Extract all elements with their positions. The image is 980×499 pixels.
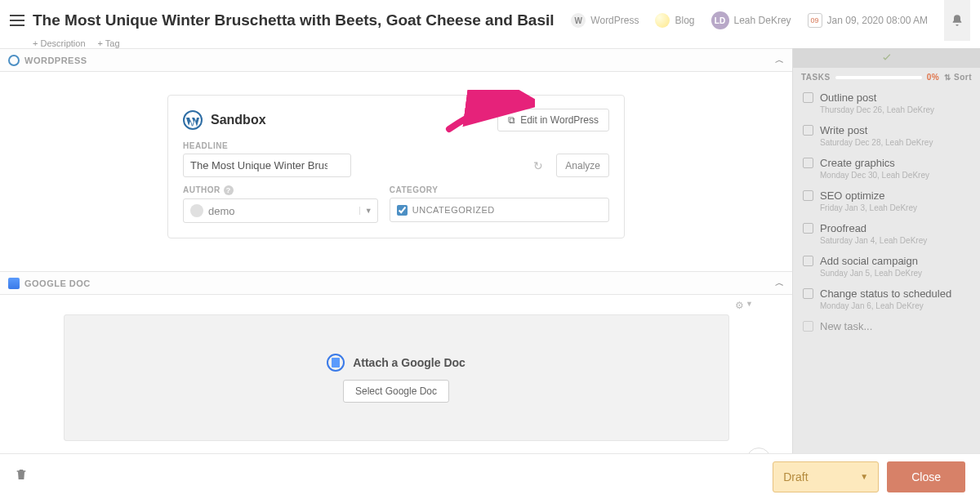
author-dropdown-toggle[interactable]: ▼	[359, 207, 377, 215]
user-avatar: LD	[711, 11, 729, 29]
wordpress-sandbox-card: Sandbox ⧉ Edit in WordPress HEADLINE ↻ A…	[167, 95, 625, 238]
edit-in-wordpress-button[interactable]: ⧉ Edit in WordPress	[497, 109, 609, 131]
draft-label: Draft	[783, 470, 808, 483]
chevron-down-icon: ▼	[860, 472, 868, 481]
tasks-complete-indicator	[793, 48, 980, 68]
calendar-icon: 09	[808, 13, 822, 28]
task-checkbox[interactable]	[803, 125, 813, 136]
task-label: Outline post	[820, 91, 876, 104]
gear-icon[interactable]: ⚙	[735, 300, 744, 311]
task-checkbox[interactable]	[803, 288, 813, 299]
user-name: Leah DeKrey	[734, 15, 791, 26]
task-meta: Monday Dec 30, Leah DeKrey	[803, 171, 970, 180]
tasks-progress-bar	[835, 76, 922, 79]
sandbox-title: Sandbox	[211, 113, 266, 127]
chevron-up-icon[interactable]: ︿	[775, 54, 785, 66]
new-task-input[interactable]: New task...	[793, 315, 980, 337]
headline-label: HEADLINE	[183, 141, 609, 150]
task-meta: Monday Jan 6, Leah DeKrey	[803, 301, 970, 310]
history-icon[interactable]: ↻	[533, 159, 543, 172]
chevron-up-icon[interactable]: ︿	[775, 277, 785, 289]
google-doc-attach-card: Attach a Google Doc Select Google Doc	[64, 314, 729, 441]
delete-button[interactable]	[15, 467, 28, 486]
task-checkbox[interactable]	[803, 158, 813, 168]
notifications-button[interactable]	[944, 0, 970, 41]
header-wordpress-link[interactable]: W WordPress	[566, 10, 644, 31]
task-item[interactable]: Add social campaignSunday Jan 5, Leah De…	[793, 250, 980, 283]
task-meta: Friday Jan 3, Leah DeKrey	[803, 203, 970, 212]
hamburger-menu[interactable]	[10, 15, 24, 26]
footer-bar: Draft ▼ Close	[0, 453, 980, 499]
check-icon	[880, 51, 893, 65]
task-label: Proofread	[820, 222, 866, 234]
task-label: Write post	[820, 124, 867, 136]
task-label: SEO optimize	[820, 189, 884, 202]
task-item[interactable]: SEO optimizeFriday Jan 3, Leah DeKrey	[793, 185, 980, 217]
task-checkbox[interactable]	[803, 223, 813, 234]
task-item[interactable]: Change status to scheduledMonday Jan 6, …	[793, 283, 980, 315]
trash-icon	[15, 467, 28, 482]
wordpress-section-label: WORDPRESS	[24, 56, 87, 65]
task-meta: Sunday Jan 5, Leah DeKrey	[803, 269, 970, 278]
task-label: Create graphics	[820, 157, 895, 169]
task-meta: Saturday Dec 28, Leah DeKrey	[803, 138, 970, 147]
category-label: CATEGORY	[390, 185, 609, 194]
status-draft-dropdown[interactable]: Draft ▼	[773, 461, 879, 492]
close-button[interactable]: Close	[887, 461, 965, 492]
page-title: The Most Unique Winter Bruschetta with B…	[33, 11, 555, 29]
task-meta: Saturday Jan 4, Leah DeKrey	[803, 236, 970, 245]
author-value: demo	[208, 205, 235, 217]
task-item[interactable]: ProofreadSaturday Jan 4, Leah DeKrey	[793, 217, 980, 250]
wordpress-section-header[interactable]: WORDPRESS ︿	[0, 48, 792, 72]
blog-label: Blog	[675, 15, 694, 26]
wordpress-icon	[183, 110, 203, 130]
tasks-label: TASKS	[801, 73, 831, 82]
google-doc-section-header[interactable]: GOOGLE DOC ︿	[0, 271, 792, 295]
task-label: Add social campaign	[820, 255, 918, 267]
attach-google-doc-title: Attach a Google Doc	[353, 356, 466, 369]
google-doc-icon	[8, 278, 20, 289]
category-value: UNCATEGORIZED	[412, 205, 495, 215]
category-select[interactable]: UNCATEGORIZED	[390, 198, 609, 222]
task-meta: Thursday Dec 26, Leah DeKrey	[803, 105, 970, 114]
author-label: AUTHOR?	[183, 185, 378, 195]
add-description-link[interactable]: + Description	[33, 38, 86, 48]
task-item[interactable]: Outline postThursday Dec 26, Leah DeKrey	[793, 87, 980, 119]
task-checkbox[interactable]	[803, 92, 813, 103]
tasks-percent: 0%	[927, 73, 939, 82]
checkbox-icon	[803, 321, 813, 332]
external-link-icon: ⧉	[508, 114, 515, 126]
edit-button-label: Edit in WordPress	[520, 114, 599, 126]
wordpress-icon: W	[571, 13, 586, 28]
date-time-label: Jan 09, 2020 08:00 AM	[827, 15, 928, 26]
tasks-panel: TASKS 0% ⇅ Sort Outline postThursday Dec…	[792, 48, 980, 459]
bell-icon	[951, 14, 964, 27]
task-item[interactable]: Write postSaturday Dec 28, Leah DeKrey	[793, 119, 980, 152]
analyze-button[interactable]: Analyze	[556, 154, 609, 177]
wordpress-label: WordPress	[590, 15, 639, 26]
add-tag-link[interactable]: + Tag	[98, 38, 120, 48]
task-label: Change status to scheduled	[820, 287, 951, 300]
headline-input[interactable]	[183, 154, 351, 177]
author-select[interactable]: demo	[184, 204, 359, 217]
blog-color-icon	[655, 13, 670, 28]
chevron-down-icon[interactable]: ▼	[746, 300, 753, 311]
help-icon[interactable]: ?	[224, 185, 234, 195]
google-doc-icon	[327, 354, 345, 372]
header-user[interactable]: LD Leah DeKrey	[706, 8, 796, 33]
tasks-sort-button[interactable]: ⇅ Sort	[944, 73, 972, 82]
task-item[interactable]: Create graphicsMonday Dec 30, Leah DeKre…	[793, 152, 980, 185]
author-avatar-icon	[190, 204, 203, 217]
new-task-label: New task...	[820, 320, 872, 332]
category-checkbox[interactable]	[397, 205, 408, 216]
select-google-doc-button[interactable]: Select Google Doc	[343, 380, 449, 403]
header-blog-link[interactable]: Blog	[650, 10, 699, 31]
header-date[interactable]: 09 Jan 09, 2020 08:00 AM	[803, 10, 933, 31]
task-checkbox[interactable]	[803, 256, 813, 266]
wordpress-icon	[8, 55, 20, 66]
google-doc-section-label: GOOGLE DOC	[24, 278, 91, 288]
task-checkbox[interactable]	[803, 190, 813, 201]
